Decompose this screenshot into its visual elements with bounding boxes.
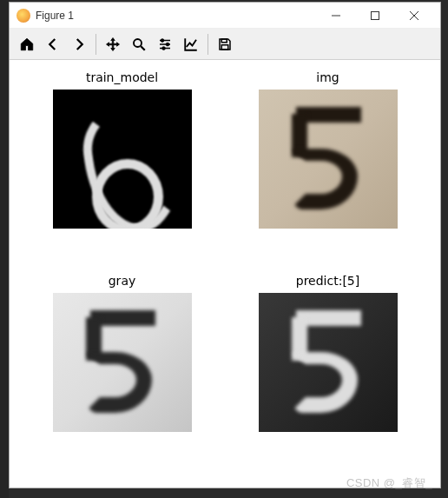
titlebar[interactable]: Figure 1 [10, 3, 440, 29]
subplot-grid: train_model img gray predict:[5] [31, 70, 418, 470]
edit-axes-button[interactable] [179, 32, 203, 56]
plot-canvas[interactable]: train_model img gray predict:[5] [10, 60, 440, 488]
subplot-title: train_model [86, 70, 158, 86]
pan-button[interactable] [101, 32, 125, 56]
subplot-title: img [316, 70, 339, 86]
forward-button[interactable] [67, 32, 91, 56]
maximize-button[interactable] [355, 3, 394, 28]
configure-button[interactable] [153, 32, 177, 56]
svg-point-4 [134, 39, 142, 47]
subplot-predict: predict:[5] [237, 274, 418, 470]
app-icon [16, 9, 30, 23]
subplot-gray: gray [31, 274, 213, 470]
svg-rect-13 [221, 44, 228, 49]
background-slice [0, 0, 9, 498]
minimize-button[interactable] [316, 3, 355, 28]
svg-point-11 [162, 46, 166, 50]
subplot-img: img [237, 70, 418, 267]
home-button[interactable] [15, 32, 39, 56]
back-button[interactable] [41, 32, 65, 56]
subplot-title: gray [109, 274, 136, 289]
toolbar-separator [208, 34, 208, 55]
window-controls [316, 3, 433, 28]
image-predict [259, 293, 398, 432]
figure-window: Figure 1 [9, 2, 441, 488]
svg-line-5 [141, 46, 145, 50]
svg-rect-1 [371, 11, 379, 19]
image-img [259, 90, 398, 229]
svg-point-9 [166, 43, 169, 46]
zoom-button[interactable] [127, 32, 151, 56]
image-train-model [53, 90, 192, 229]
svg-rect-12 [221, 39, 227, 43]
save-button[interactable] [213, 32, 237, 56]
window-title: Figure 1 [36, 10, 316, 22]
toolbar-separator [96, 34, 96, 55]
svg-point-7 [161, 38, 164, 42]
subplot-title: predict:[5] [296, 274, 359, 289]
image-gray [53, 293, 192, 432]
subplot-train-model: train_model [31, 70, 213, 267]
mpl-toolbar [10, 29, 440, 60]
close-button[interactable] [394, 3, 433, 28]
